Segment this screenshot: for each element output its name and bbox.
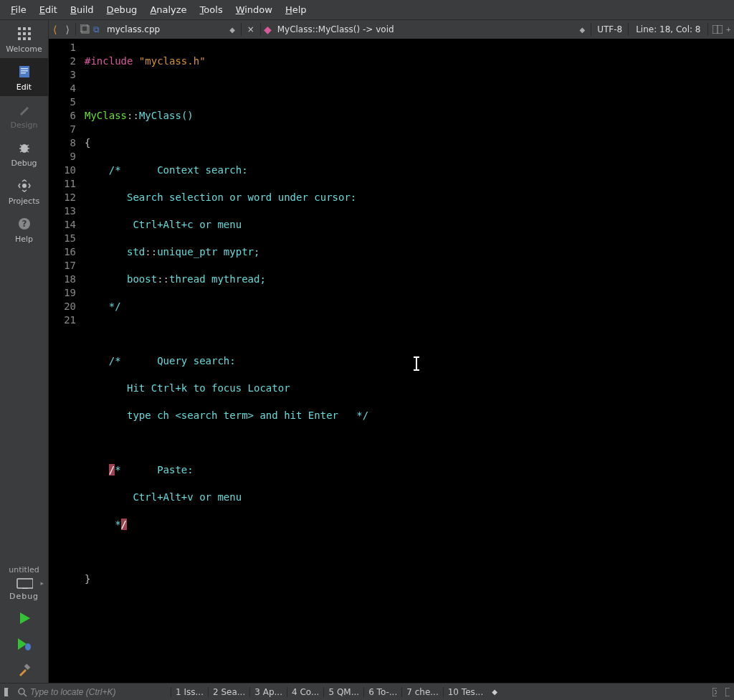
toggle-right-sidebar-button[interactable]: [721, 688, 734, 696]
pane-compile[interactable]: 4 Co...: [287, 687, 323, 697]
mode-label: Welcome: [6, 44, 42, 54]
split-icon[interactable]: [710, 25, 725, 34]
nav-forward-button[interactable]: ⟩: [61, 24, 73, 35]
svg-rect-9: [19, 66, 29, 77]
welcome-icon: [18, 26, 31, 42]
kit-config: Debug: [0, 592, 48, 601]
locator-input[interactable]: [30, 687, 166, 697]
symbol-selector[interactable]: MyClass::MyClass() -> void: [275, 24, 397, 34]
svg-line-18: [20, 151, 22, 152]
svg-rect-5: [28, 32, 31, 35]
pane-todo[interactable]: 6 To-...: [363, 687, 401, 697]
svg-rect-8: [28, 37, 31, 40]
encoding-label[interactable]: UTF-8: [593, 24, 626, 34]
pane-application[interactable]: 3 Ap...: [249, 687, 287, 697]
close-output-button[interactable]: [708, 688, 721, 696]
search-icon: [17, 687, 27, 697]
pane-qml[interactable]: 5 QM...: [323, 687, 363, 697]
menu-file[interactable]: File: [4, 1, 33, 18]
panes-dropdown[interactable]: ◆: [487, 688, 502, 696]
debug-icon: [18, 140, 31, 156]
file-type-icon: [77, 24, 92, 34]
code-editor[interactable]: 123456789101112131415161718192021 #inclu…: [49, 39, 734, 683]
svg-rect-10: [21, 68, 28, 70]
kit-selector[interactable]: untitled ▸ Debug: [0, 561, 48, 605]
svg-line-17: [27, 145, 29, 146]
mode-help[interactable]: ? Help: [0, 210, 48, 248]
pane-check[interactable]: 7 che...: [401, 687, 443, 697]
mode-label: Debug: [11, 159, 37, 168]
run-debug-button[interactable]: [0, 631, 48, 657]
status-bar: 1 Iss... 2 Sea... 3 Ap... 4 Co... 5 QM..…: [0, 683, 734, 700]
run-button[interactable]: [0, 605, 48, 631]
mode-label: Help: [15, 235, 33, 244]
document-toolbar: ⟨ ⟩ ⧉ myclass.cpp ◆ × ◆ MyClass::MyClass…: [49, 20, 734, 39]
svg-rect-27: [24, 663, 29, 669]
file-dropdown[interactable]: ◆: [225, 26, 239, 34]
svg-rect-1: [23, 27, 26, 30]
pane-tests[interactable]: 10 Tes...: [443, 687, 487, 697]
cursor-position[interactable]: Line: 18, Col: 8: [630, 24, 706, 34]
pane-search[interactable]: 2 Sea...: [208, 687, 249, 697]
menu-tools[interactable]: Tools: [194, 1, 229, 18]
svg-rect-24: [22, 588, 28, 589]
mode-design[interactable]: Design: [0, 96, 48, 134]
mode-label: Projects: [9, 197, 39, 206]
play-icon: [17, 611, 32, 625]
menu-window[interactable]: Window: [229, 1, 279, 18]
line-gutter: 123456789101112131415161718192021: [49, 39, 82, 683]
menu-build[interactable]: Build: [64, 1, 100, 18]
svg-rect-7: [23, 37, 26, 40]
mode-bar: Welcome Edit Design Debug Projects: [0, 20, 49, 683]
svg-rect-33: [4, 688, 8, 696]
svg-point-20: [22, 184, 27, 188]
mode-label: Design: [11, 120, 38, 130]
menu-help[interactable]: Help: [279, 1, 313, 18]
symbol-dropdown[interactable]: ◆: [575, 26, 589, 34]
design-icon: [18, 102, 31, 118]
svg-point-34: [19, 689, 24, 694]
menu-analyze[interactable]: Analyze: [143, 1, 193, 18]
svg-rect-3: [18, 32, 21, 35]
mode-debug[interactable]: Debug: [0, 134, 48, 172]
file-name[interactable]: myclass.cpp: [101, 24, 166, 34]
editor: ⟨ ⟩ ⧉ myclass.cpp ◆ × ◆ MyClass::MyClass…: [49, 20, 734, 683]
mode-label: Edit: [16, 82, 32, 92]
cpp-icon: ⧉: [92, 24, 101, 34]
svg-rect-23: [17, 579, 33, 588]
svg-rect-2: [28, 27, 31, 30]
svg-rect-11: [21, 70, 28, 72]
play-bug-icon: [16, 637, 32, 651]
modified-icon: ◆: [262, 24, 275, 35]
svg-text:?: ?: [22, 219, 27, 229]
svg-rect-0: [18, 27, 21, 30]
kit-project: untitled: [0, 565, 48, 574]
svg-line-35: [24, 694, 27, 696]
help-icon: ?: [18, 216, 31, 232]
svg-rect-6: [18, 37, 21, 40]
pane-issues[interactable]: 1 Iss...: [171, 687, 208, 697]
svg-rect-4: [23, 32, 26, 35]
locator[interactable]: [13, 687, 171, 697]
mode-projects[interactable]: Projects: [0, 172, 48, 210]
menu-bar: File Edit Build Debug Analyze Tools Wind…: [0, 0, 734, 20]
svg-line-16: [20, 145, 22, 146]
svg-rect-36: [712, 688, 717, 696]
close-file-button[interactable]: ×: [243, 24, 259, 34]
hammer-icon: [17, 663, 32, 677]
mode-edit[interactable]: Edit: [0, 58, 48, 96]
code-content[interactable]: #include "myclass.h" MyClass::MyClass() …: [82, 39, 734, 683]
build-button[interactable]: [0, 657, 48, 683]
svg-rect-12: [21, 72, 26, 74]
nav-back-button[interactable]: ⟨: [49, 24, 61, 35]
projects-icon: [18, 178, 31, 194]
svg-rect-39: [725, 688, 730, 696]
desktop-icon: [16, 577, 33, 589]
mode-welcome[interactable]: Welcome: [0, 20, 48, 58]
text-cursor-icon: [416, 358, 417, 369]
menu-edit[interactable]: Edit: [33, 1, 64, 18]
svg-point-26: [25, 643, 31, 651]
menu-debug[interactable]: Debug: [100, 1, 144, 18]
toggle-sidebar-button[interactable]: [0, 688, 13, 696]
edit-icon: [19, 64, 30, 80]
